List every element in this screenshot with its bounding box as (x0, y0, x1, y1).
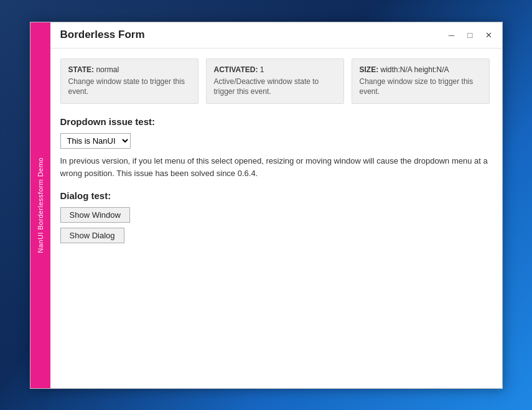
size-value: width:N/A height:N/A (381, 65, 449, 74)
size-card-desc: Change window size to trigger this event… (360, 77, 482, 98)
show-window-button[interactable]: Show Window (60, 207, 130, 223)
dialog-section: Dialog test: Show Window Show Dialog (60, 190, 490, 243)
dropdown-note: In previous version, if you let menu of … (60, 155, 490, 179)
state-card-title: STATE: normal (68, 65, 190, 74)
size-card-title: SIZE: width:N/A height:N/A (360, 65, 482, 74)
dropdown-section-title: Dropdown issue test: (60, 116, 490, 127)
cards-row: STATE: normal Change window state to tri… (60, 58, 490, 105)
title-bar: Borderless Form ─ □ ✕ (30, 22, 502, 49)
activated-card: ACTIVATED: 1 Active/Deactive window stat… (206, 58, 344, 105)
state-value: normal (96, 65, 119, 74)
page-title: Borderless Form (60, 29, 145, 41)
activated-value: 1 (260, 65, 264, 74)
size-card: SIZE: width:N/A height:N/A Change window… (352, 58, 490, 105)
state-card-desc: Change window state to trigger this even… (68, 77, 190, 98)
state-card: STATE: normal Change window state to tri… (60, 58, 198, 105)
close-button[interactable]: ✕ (481, 29, 497, 41)
content-area: STATE: normal Change window state to tri… (30, 49, 502, 388)
activated-card-title: ACTIVATED: 1 (214, 65, 336, 74)
sidebar: NanUI Borderlessform Demo (30, 22, 50, 388)
maximize-button[interactable]: □ (462, 29, 478, 41)
activated-card-desc: Active/Deactive window state to trigger … (214, 77, 336, 98)
main-window: NanUI Borderlessform Demo Borderless For… (30, 22, 503, 389)
minimize-button[interactable]: ─ (444, 29, 460, 41)
dialog-section-title: Dialog test: (60, 190, 490, 201)
sidebar-label: NanUI Borderlessform Demo (37, 157, 44, 253)
nanui-select[interactable]: This is NanUI (60, 133, 131, 149)
window-controls: ─ □ ✕ (444, 29, 497, 41)
show-dialog-button[interactable]: Show Dialog (60, 228, 124, 243)
dropdown-section: Dropdown issue test: This is NanUI In pr… (60, 116, 490, 179)
